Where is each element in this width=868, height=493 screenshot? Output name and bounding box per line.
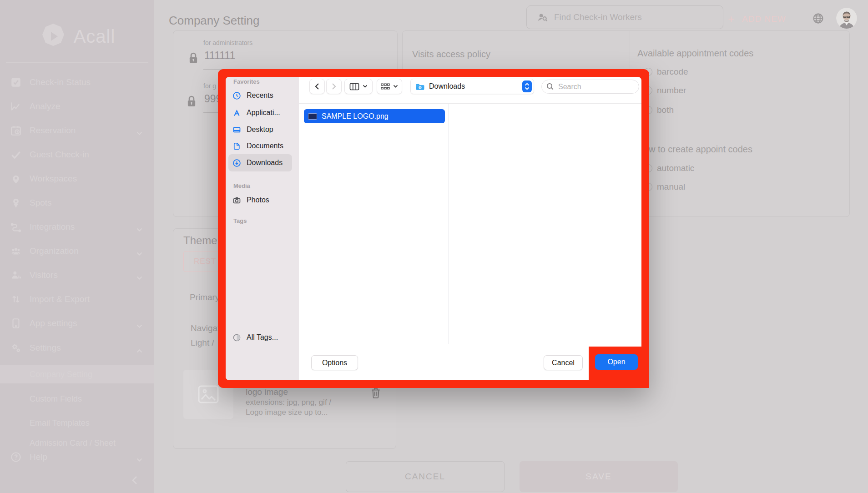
- column-view-button[interactable]: [344, 79, 373, 94]
- sidebar-subitem-admission-card-sheet[interactable]: Admission Card / Sheet: [0, 438, 154, 448]
- visits-access-policy-heading: Visits access policy: [412, 49, 490, 60]
- sidebar-item-app-settings[interactable]: App settings: [0, 314, 154, 333]
- lock-icon: [187, 51, 199, 67]
- group-view-button[interactable]: [377, 79, 402, 94]
- open-button[interactable]: Open: [595, 354, 638, 370]
- import-export-icon: [10, 293, 22, 305]
- file-name: SAMPLE LOGO.png: [322, 112, 389, 121]
- sidebar-item-guest-checkin[interactable]: Guest Check-in: [0, 145, 154, 164]
- selected-file-row[interactable]: SAMPLE LOGO.png: [304, 109, 445, 123]
- sidebar-item-visitors[interactable]: Visitors: [0, 266, 154, 285]
- stepper-icon: [522, 80, 532, 92]
- dialog-search-field[interactable]: [541, 80, 639, 94]
- chevron-up-icon: [136, 345, 142, 355]
- analyze-icon: [10, 101, 22, 112]
- reservation-icon: [10, 125, 22, 136]
- admin-code-value: 111111: [204, 50, 235, 62]
- sidebar-collapse-icon[interactable]: [131, 475, 142, 486]
- search-icon: [546, 83, 554, 91]
- options-button[interactable]: Options: [311, 355, 358, 370]
- forward-button[interactable]: [326, 79, 342, 94]
- dialog-item-documents[interactable]: Documents: [226, 139, 296, 153]
- dialog-item-recents[interactable]: Recents: [226, 89, 296, 102]
- column-view-icon: [349, 83, 359, 91]
- find-checkin-workers-input[interactable]: [553, 12, 703, 23]
- appstore-icon: [231, 108, 242, 117]
- trash-icon[interactable]: [370, 386, 382, 402]
- back-button[interactable]: [309, 79, 325, 94]
- sidebar-item-analyze[interactable]: Analyze: [0, 97, 154, 116]
- page-title: Company Setting: [169, 14, 259, 28]
- dialog-main: Downloads SAMPLE LOGO.png: [299, 77, 641, 380]
- chevron-down-icon: [136, 321, 142, 331]
- dialog-cancel-button[interactable]: Cancel: [544, 355, 583, 370]
- file-thumbnail-icon: [308, 113, 317, 120]
- checkin-status-icon: [10, 76, 22, 88]
- chevron-down-icon: [136, 248, 142, 258]
- guest-checkin-icon: [10, 149, 22, 161]
- primary-label: Primary: [190, 292, 219, 302]
- integrations-icon: [10, 221, 22, 233]
- dialog-item-all-tags[interactable]: All Tags...: [226, 331, 296, 344]
- chevron-down-icon: [363, 85, 368, 88]
- cancel-button[interactable]: CANCEL: [346, 461, 505, 492]
- find-checkin-workers-search[interactable]: [526, 5, 723, 29]
- sidebar-item-organization[interactable]: Organization: [0, 241, 154, 261]
- dialog-item-downloads[interactable]: Downloads: [226, 156, 296, 170]
- sidebar-subitem-custom-fields[interactable]: Custom Fields: [0, 390, 154, 408]
- help-icon: [10, 451, 22, 463]
- sidebar-item-settings[interactable]: Settings: [0, 338, 154, 357]
- workspaces-icon: [10, 173, 22, 185]
- dialog-item-desktop[interactable]: Desktop: [226, 123, 296, 136]
- dialog-item-photos[interactable]: Photos: [226, 193, 296, 207]
- chevron-down-icon: [136, 224, 142, 234]
- save-button[interactable]: SAVE: [520, 461, 678, 492]
- person-search-icon: [537, 12, 548, 22]
- admin-code-label: for administrators: [203, 39, 252, 46]
- camera-icon: [231, 196, 242, 205]
- light-mode-label: Light /: [191, 338, 214, 348]
- media-label: Media: [233, 182, 250, 189]
- dialog-file-browser[interactable]: SAMPLE LOGO.png: [299, 104, 641, 344]
- tags-label: Tags: [233, 217, 247, 224]
- acall-logo-icon: [39, 22, 67, 50]
- sidebar-item-checkin-status[interactable]: Check-in Status: [0, 73, 154, 92]
- desktop-icon: [231, 125, 242, 134]
- location-label: Downloads: [429, 82, 522, 91]
- location-dropdown[interactable]: Downloads: [410, 79, 534, 94]
- file-dialog-highlight-frame: Favorites Recents Applicati... Desktop D…: [218, 69, 649, 388]
- sidebar-item-workspaces[interactable]: Workspaces: [0, 169, 154, 188]
- open-button-highlight: Open: [589, 347, 649, 388]
- sidebar-item-reservation[interactable]: Reservation: [0, 121, 154, 140]
- sidebar-divider: [6, 62, 148, 63]
- lock-icon: [186, 94, 197, 111]
- sidebar-item-spots[interactable]: Spots: [0, 193, 154, 212]
- theme-heading: Theme: [183, 234, 217, 247]
- folder-icon: [415, 83, 425, 91]
- clock-icon: [231, 91, 242, 100]
- chevron-down-icon: [393, 85, 398, 88]
- globe-icon[interactable]: [812, 13, 824, 24]
- file-dialog: Favorites Recents Applicati... Desktop D…: [226, 77, 641, 380]
- sidebar-item-integrations[interactable]: Integrations: [0, 217, 154, 236]
- dialog-sidebar: Favorites Recents Applicati... Desktop D…: [226, 77, 299, 380]
- chevron-down-icon: [136, 454, 142, 464]
- favorites-label: Favorites: [233, 78, 260, 85]
- chevron-down-icon: [136, 128, 142, 138]
- guest-code-label: for g: [203, 82, 216, 90]
- settings-gears-icon: [10, 342, 22, 354]
- dialog-item-applications[interactable]: Applicati...: [226, 106, 296, 120]
- sidebar-subitem-company-setting[interactable]: Company Setting: [0, 365, 154, 383]
- dialog-search-input[interactable]: [557, 82, 626, 91]
- chevron-right-icon: [332, 83, 336, 90]
- create-codes-heading: w to create appoint codes: [649, 144, 752, 155]
- sidebar-item-help[interactable]: Help: [0, 448, 154, 467]
- sidebar-subitem-email-templates[interactable]: Email Templates: [0, 414, 154, 432]
- app-sidebar: Acall Check-in Status Analyze Reservatio…: [0, 0, 154, 493]
- add-new-button[interactable]: + ADD NEW: [728, 14, 786, 25]
- appointment-codes-heading: Available appointment codes: [637, 48, 753, 59]
- sidebar-item-import-export[interactable]: Import & Export: [0, 290, 154, 309]
- chevron-down-icon: [136, 272, 142, 282]
- visitors-icon: [10, 269, 22, 281]
- avatar[interactable]: [836, 8, 857, 29]
